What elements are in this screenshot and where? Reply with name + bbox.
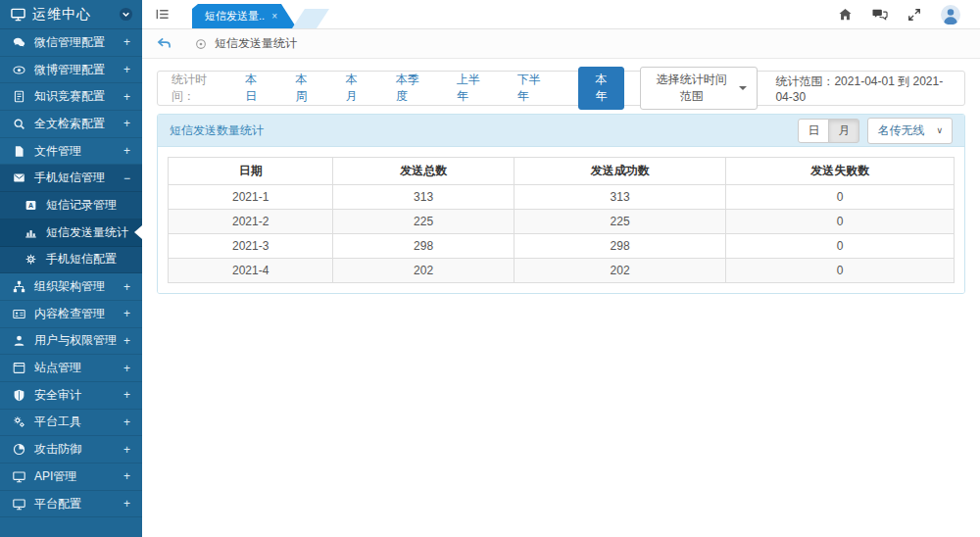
file-icon (12, 145, 26, 158)
sidebar-item-platform-tools[interactable]: 平台工具 + (0, 410, 142, 437)
col-header-fail-count: 发送失败数 (726, 158, 955, 185)
col-header-date: 日期 (169, 158, 333, 185)
cell-fail: 0 (726, 259, 955, 283)
expand-plus-icon: + (123, 280, 130, 294)
sidebar-item-quiz[interactable]: 知识竞赛配置 + (0, 83, 142, 111)
cell-success: 202 (514, 259, 726, 283)
time-filter-bar: 统计时间： 本日 本周 本月 本季度 上半年 下半年 本年 选择统计时间范围 统… (157, 71, 965, 106)
sidebar-item-file-management[interactable]: 文件管理 + (0, 138, 142, 166)
expand-plus-icon: + (123, 362, 130, 375)
sidebar-item-sms-records[interactable]: A 短信记录管理 (0, 192, 142, 220)
cell-date: 2021-1 (169, 185, 333, 210)
unit-day-button[interactable]: 日 (798, 119, 829, 143)
expand-plus-icon: + (123, 307, 130, 320)
app-title: 运维中心 (32, 6, 112, 24)
main-content: 统计时间： 本日 本周 本月 本季度 上半年 下半年 本年 选择统计时间范围 统… (142, 59, 980, 537)
expand-plus-icon: + (123, 443, 130, 457)
cell-total: 298 (333, 234, 514, 259)
table-row: 2021-4 202 202 0 (169, 259, 955, 283)
globe-icon (12, 443, 26, 456)
select-time-range-dropdown[interactable]: 选择统计时间范围 (640, 67, 758, 110)
bar-chart-icon (24, 226, 38, 239)
filter-option-today[interactable]: 本日 (245, 72, 266, 105)
sidebar-item-label: 短信发送量统计 (46, 224, 128, 241)
cell-date: 2021-3 (169, 234, 333, 259)
caret-down-icon (739, 86, 747, 90)
sidebar-item-org-structure[interactable]: 组织架构管理 + (0, 273, 142, 301)
expand-plus-icon: + (123, 90, 130, 104)
sidebar-item-site-management[interactable]: 站点管理 + (0, 355, 142, 382)
tab-label: 短信发送量.. (205, 9, 265, 24)
sidebar-item-attack-defense[interactable]: 攻击防御 + (0, 436, 142, 464)
gear-icon (24, 253, 38, 266)
sidebar-item-api-management[interactable]: API管理 + (0, 464, 142, 491)
sidebar-item-users-permissions[interactable]: 用户与权限管理 + (0, 328, 142, 356)
expand-plus-icon: + (123, 35, 130, 49)
sidebar-group-sms: 手机短信管理 − A 短信记录管理 短信发送量统计 手机短信配置 (0, 165, 142, 273)
cell-total: 313 (333, 185, 514, 210)
sidebar-item-label: 站点管理 (34, 360, 81, 376)
sidebar-toggle-icon[interactable] (155, 7, 170, 22)
tab-sms-volume-stats[interactable]: 短信发送量.. × (192, 4, 297, 28)
filter-option-this-month[interactable]: 本月 (346, 72, 367, 105)
sidebar-item-label: 手机短信配置 (46, 251, 117, 268)
sms-stats-panel: 短信发送数量统计 日 月 名传无线 ∨ 日期 发送总数 (157, 114, 965, 294)
site-icon (12, 362, 26, 374)
topbar-icons (838, 5, 980, 24)
tab-placeholder (292, 9, 329, 28)
panel-header: 短信发送数量统计 日 月 名传无线 ∨ (158, 115, 964, 147)
provider-select-value: 名传无线 (877, 122, 924, 139)
cell-fail: 0 (726, 234, 955, 259)
svg-text:A: A (28, 202, 33, 209)
tab-close-icon[interactable]: × (271, 11, 277, 22)
sidebar-item-label: 微信管理配置 (34, 34, 105, 51)
sidebar-item-platform-config[interactable]: 平台配置 + (0, 491, 142, 518)
home-icon[interactable] (838, 7, 853, 22)
chevron-circle-down-icon[interactable] (119, 7, 133, 22)
col-header-total-sent: 发送总数 (333, 158, 514, 185)
sidebar-item-label: 文件管理 (34, 143, 81, 160)
col-header-success-count: 发送成功数 (514, 158, 726, 185)
expand-icon[interactable] (907, 8, 921, 22)
sidebar-item-sms-config[interactable]: 手机短信配置 (0, 247, 142, 274)
sidebar-header: 运维中心 (0, 0, 142, 29)
filter-option-this-year-selected[interactable]: 本年 (578, 67, 624, 110)
sidebar-item-security-audit[interactable]: 安全审计 + (0, 382, 142, 410)
sidebar-item-sms-management[interactable]: 手机短信管理 − (0, 165, 142, 192)
expand-plus-icon: + (123, 63, 130, 76)
id-card-icon (12, 308, 26, 320)
table-row: 2021-3 298 298 0 (169, 234, 955, 259)
monitor-icon (11, 7, 25, 22)
expand-plus-icon: + (123, 415, 130, 429)
filter-option-this-week[interactable]: 本周 (295, 72, 316, 105)
filter-option-this-quarter[interactable]: 本季度 (396, 72, 427, 105)
filter-option-second-half[interactable]: 下半年 (517, 72, 549, 105)
gears-icon (12, 415, 26, 428)
expand-plus-icon: + (123, 497, 130, 511)
range-dropdown-label: 选择统计时间范围 (651, 72, 732, 105)
chevron-down-icon: ∨ (936, 125, 943, 135)
sidebar-item-sms-volume-stats[interactable]: 短信发送量统计 (0, 220, 142, 247)
sidebar-item-weibo[interactable]: 微博管理配置 + (0, 57, 142, 84)
cell-total: 202 (333, 259, 514, 283)
panel-title: 短信发送数量统计 (170, 122, 264, 139)
sidebar-item-label: 用户与权限管理 (34, 332, 117, 349)
sidebar-item-wechat[interactable]: 微信管理配置 + (0, 29, 142, 57)
back-arrow-icon[interactable] (157, 37, 172, 50)
unit-month-button[interactable]: 月 (828, 119, 859, 143)
target-icon (195, 38, 207, 50)
sidebar-item-fulltext-search[interactable]: 全文检索配置 + (0, 111, 142, 138)
sidebar-item-content-check[interactable]: 内容检查管理 + (0, 301, 142, 328)
filter-option-first-half[interactable]: 上半年 (457, 72, 488, 105)
expand-plus-icon: + (123, 469, 130, 483)
search-icon (12, 118, 26, 130)
cell-success: 298 (514, 234, 726, 259)
user-avatar[interactable] (941, 5, 960, 24)
comments-icon[interactable] (872, 7, 888, 22)
provider-select[interactable]: 名传无线 ∨ (867, 118, 953, 144)
cell-fail: 0 (726, 210, 955, 234)
sidebar-item-label: 平台配置 (34, 496, 81, 513)
cell-date: 2021-4 (169, 259, 333, 283)
sidebar-item-label: 短信记录管理 (46, 197, 117, 214)
expand-plus-icon: + (123, 334, 130, 348)
